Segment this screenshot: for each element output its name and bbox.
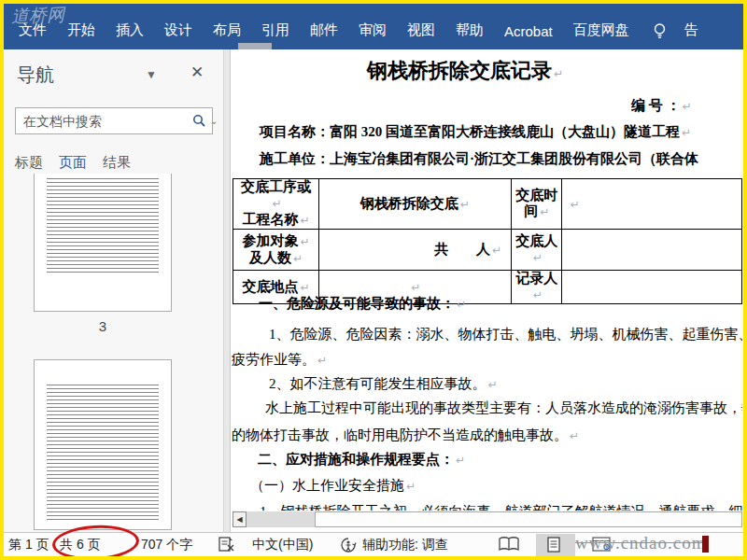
spellcheck-icon[interactable] bbox=[218, 536, 234, 553]
doc-paragraph: 1、危险源、危险因素：溺水、物体打击、触电、坍塌、机械伤害、起重伤害、违反操 bbox=[269, 326, 742, 343]
table-cell-process-label: 交底工序或 工程名称 bbox=[233, 179, 319, 230]
page-edge-gutter bbox=[224, 49, 231, 532]
doc-paragraph: 疲劳作业等。 bbox=[232, 351, 327, 369]
print-layout-view-icon[interactable] bbox=[545, 537, 562, 553]
ribbon-tab-file[interactable]: 文件 bbox=[8, 18, 57, 43]
ribbon-tab-mailings[interactable]: 邮件 bbox=[300, 18, 348, 43]
navigation-pane-title: 导航 bbox=[17, 63, 54, 88]
navigation-close-icon[interactable]: ✕ bbox=[190, 63, 204, 82]
ribbon-tab-view[interactable]: 视图 bbox=[397, 18, 445, 43]
watermark-bottom-right: www.cndao.com bbox=[575, 533, 707, 553]
ribbon-tab-baidu-netdisk[interactable]: 百度网盘 bbox=[563, 18, 640, 43]
ribbon: 道桥网 文件 开始 插入 设计 布局 引用 邮件 审阅 视图 帮助 Acroba… bbox=[4, 4, 743, 49]
doc-project-line: 项目名称：富阳 320 国道至富阳大桥连接线鹿山（大盘山）隧道工程 bbox=[260, 123, 691, 141]
ribbon-tab-acrobat[interactable]: Acrobat bbox=[494, 20, 563, 43]
page-thumbnail-3-label: 3 bbox=[34, 318, 172, 334]
page-thumbnail-3[interactable] bbox=[34, 174, 172, 312]
read-mode-view-icon[interactable] bbox=[499, 537, 519, 552]
disclosure-info-table: 交底工序或 工程名称 钢栈桥拆除交底 交底时间 参加对象 及人数 共 人 交底人 bbox=[233, 178, 742, 304]
ribbon-tab-home[interactable]: 开始 bbox=[57, 18, 106, 43]
scrollbar-thumb[interactable] bbox=[315, 511, 742, 527]
ribbon-tab-layout[interactable]: 布局 bbox=[203, 18, 251, 43]
watermark-red-mark bbox=[702, 536, 709, 553]
table-cell-time-value bbox=[562, 179, 742, 230]
scrollbar-track[interactable] bbox=[247, 511, 315, 527]
doc-paragraph: （一）水上作业安全措施 bbox=[250, 477, 416, 495]
ribbon-tab-bar: 文件 开始 插入 设计 布局 引用 邮件 审阅 视图 帮助 Acrobat 百度… bbox=[4, 18, 743, 43]
search-options-chevron-icon[interactable]: ⌄ bbox=[210, 116, 218, 126]
navigation-options-chevron-icon[interactable]: ▼ bbox=[146, 68, 157, 81]
table-cell-time-label: 交底时间 bbox=[511, 179, 561, 230]
status-language[interactable]: 中文(中国) bbox=[252, 537, 313, 553]
doc-heading-2: 二、应对措施和操作规程要点： bbox=[258, 451, 465, 469]
horizontal-scrollbar[interactable]: ◀ bbox=[231, 511, 742, 529]
table-cell-process-value: 钢栈桥拆除交底 bbox=[318, 179, 511, 230]
table-cell-recorder-label: 记录人 bbox=[511, 271, 561, 304]
ribbon-tab-tell-me[interactable]: 告 bbox=[674, 18, 709, 43]
navigation-pane: 导航 ▼ ✕ ⌄ 标题 页面 结果 3 bbox=[4, 49, 224, 532]
ribbon-tab-insert[interactable]: 插入 bbox=[106, 18, 154, 43]
document-canvas[interactable]: 钢栈桥拆除交底记录 编 号 ： 项目名称：富阳 320 国道至富阳大桥连接线鹿山… bbox=[231, 49, 742, 532]
status-accessibility-text[interactable]: 辅助功能: 调查 bbox=[362, 537, 448, 553]
table-cell-discloser-label: 交底人 bbox=[511, 230, 561, 271]
page-thumbnail-4[interactable] bbox=[34, 359, 172, 530]
ribbon-tab-review[interactable]: 审阅 bbox=[348, 18, 397, 43]
application-window: 道桥网 文件 开始 插入 设计 布局 引用 邮件 审阅 视图 帮助 Acroba… bbox=[0, 0, 747, 560]
table-cell-participants-value: 共 人 bbox=[318, 230, 511, 271]
table-cell-participants-label: 参加对象 及人数 bbox=[233, 230, 319, 271]
document-title: 钢栈桥拆除交底记录 bbox=[231, 57, 699, 85]
ribbon-tab-help[interactable]: 帮助 bbox=[445, 18, 494, 43]
table-cell-discloser-value bbox=[562, 230, 742, 271]
ribbon-tab-references[interactable]: 引用 bbox=[251, 18, 300, 43]
doc-paragraph: 的物体打击事故，临时用电防护不当造成的触电事故。 bbox=[232, 427, 579, 444]
thumbnail-text-lines bbox=[47, 178, 159, 275]
tell-me-lightbulb-icon[interactable] bbox=[640, 19, 674, 43]
document-search-box[interactable]: ⌄ bbox=[15, 107, 213, 134]
doc-heading-1: 一、危险源及可能导致的事故： bbox=[259, 295, 466, 313]
status-bar: 第 1 页 共 6 页 707 个字 中文(中国) 辅助功能: 调查 bbox=[4, 532, 743, 556]
doc-contractor-line: 施工单位：上海宝冶集团有限公司·浙江交工集团股份有限公司（联合体 bbox=[260, 150, 698, 168]
doc-paragraph: 水上施工过程中可能出现的事故类型主要有：人员落水造成的淹溺伤害事故，垂直交 bbox=[265, 399, 742, 417]
doc-paragraph: 2、如不注意有可能发生相应事故。 bbox=[269, 375, 498, 393]
status-word-count[interactable]: 707 个字 bbox=[141, 537, 192, 553]
ribbon-collapse-handle[interactable] bbox=[238, 43, 272, 49]
ribbon-tab-design[interactable]: 设计 bbox=[154, 18, 203, 43]
status-page-indicator[interactable]: 第 1 页 bbox=[8, 537, 49, 553]
accessibility-icon[interactable] bbox=[340, 537, 358, 553]
status-page-total[interactable]: 共 6 页 bbox=[60, 537, 101, 553]
table-cell-recorder-value bbox=[562, 271, 742, 304]
scroll-left-arrow-icon[interactable]: ◀ bbox=[233, 511, 247, 527]
thumbnail-text-lines bbox=[47, 385, 159, 520]
search-input[interactable] bbox=[16, 114, 192, 129]
doc-number-label: 编 号 ： bbox=[631, 97, 692, 115]
search-icon[interactable] bbox=[192, 114, 206, 128]
